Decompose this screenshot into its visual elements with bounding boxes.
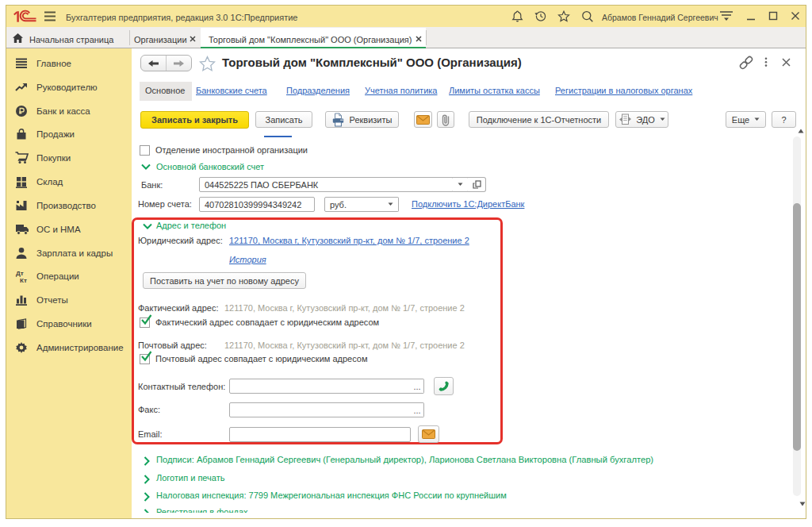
svg-text:Кт: Кт	[20, 277, 27, 283]
